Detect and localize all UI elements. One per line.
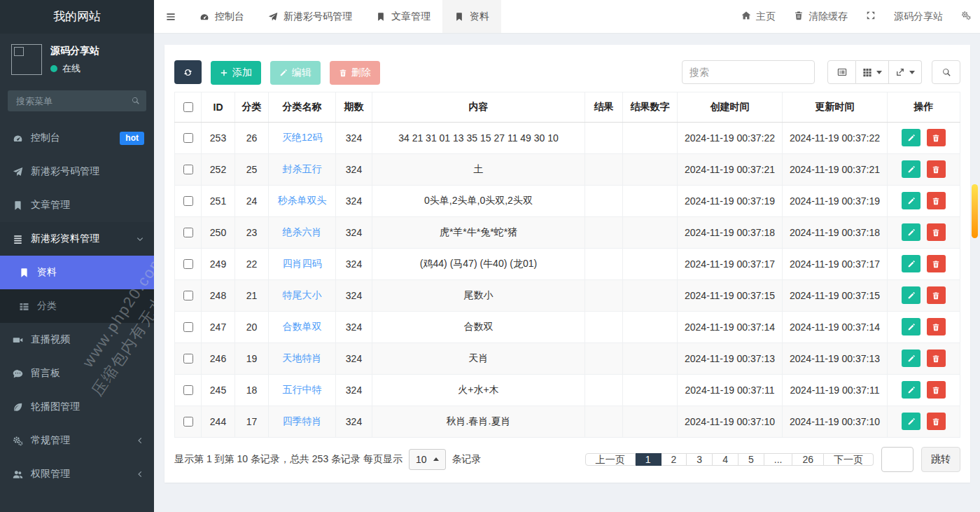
category-name-link[interactable]: 合数单双 <box>283 321 322 332</box>
tab-article-manage[interactable]: 文章管理 <box>364 0 442 33</box>
category-name-link[interactable]: 秒杀单双头 <box>278 195 327 206</box>
page-size-dropdown[interactable]: 10 <box>409 449 446 470</box>
sidebar-item-number-manage[interactable]: 新港彩号码管理 <box>0 155 154 188</box>
sidebar-item-permission-manage[interactable]: 权限管理 <box>0 457 154 491</box>
tab-dashboard[interactable]: 控制台 <box>188 0 256 33</box>
category-name-link[interactable]: 灭绝12码 <box>282 132 323 143</box>
row-edit-button[interactable] <box>902 413 920 430</box>
video-camera-icon <box>13 335 23 345</box>
prev-page-button[interactable]: 上一页 <box>585 453 636 466</box>
select-all-checkbox[interactable] <box>183 102 193 112</box>
row-delete-button[interactable] <box>927 318 946 335</box>
page-ellipsis[interactable]: ... <box>764 453 793 466</box>
row-checkbox[interactable] <box>183 196 193 206</box>
cell-updated-time: 2024-11-19 00:37:22 <box>783 122 888 153</box>
tab-data[interactable]: 资料 <box>442 0 501 33</box>
cell-result-number <box>623 185 678 216</box>
menu-search-input[interactable] <box>8 90 146 111</box>
sidebar-item-dashboard[interactable]: 控制台 hot <box>0 121 154 155</box>
search-button[interactable] <box>932 60 960 84</box>
page-button[interactable]: 5 <box>738 453 764 466</box>
sidebar-item-article-manage[interactable]: 文章管理 <box>0 188 154 222</box>
sidebar-item-carousel-manage[interactable]: 轮播图管理 <box>0 390 154 424</box>
row-delete-button[interactable] <box>927 160 946 178</box>
row-edit-button[interactable] <box>902 381 920 399</box>
page-button[interactable]: 26 <box>792 453 824 466</box>
category-name-link[interactable]: 特尾大小 <box>283 289 322 300</box>
sidebar-item-category[interactable]: 分类 <box>0 289 154 323</box>
row-checkbox[interactable] <box>183 133 193 143</box>
row-edit-button[interactable] <box>902 350 920 367</box>
category-name-link[interactable]: 四季特肖 <box>283 415 322 427</box>
row-edit-button[interactable] <box>902 255 920 272</box>
sidebar-item-data-manage[interactable]: 新港彩资料管理 <box>0 222 154 256</box>
row-delete-button[interactable] <box>927 129 946 146</box>
row-checkbox[interactable] <box>183 165 193 174</box>
row-checkbox[interactable] <box>183 322 193 332</box>
toggle-pagination-button[interactable] <box>827 60 856 84</box>
cell-created-time: 2024-11-19 00:37:19 <box>678 185 783 216</box>
row-edit-button[interactable] <box>902 192 920 209</box>
tab-number-manage[interactable]: 新港彩号码管理 <box>256 0 364 33</box>
row-checkbox[interactable] <box>183 291 193 300</box>
row-checkbox[interactable] <box>183 417 193 427</box>
row-checkbox[interactable] <box>183 228 193 237</box>
cell-created-time: 2024-11-19 00:37:11 <box>678 374 783 406</box>
refresh-button[interactable] <box>174 60 202 84</box>
sidebar-toggle-button[interactable] <box>154 0 188 33</box>
cell-result <box>585 153 623 185</box>
edit-button[interactable]: 编辑 <box>270 61 321 85</box>
category-name-link[interactable]: 四肖四码 <box>283 258 322 269</box>
online-status-dot <box>50 65 57 72</box>
row-edit-button[interactable] <box>902 318 920 335</box>
fullscreen-button[interactable] <box>857 0 885 33</box>
dashboard-icon <box>13 133 23 144</box>
row-checkbox[interactable] <box>183 354 193 364</box>
scrollbar-thumb[interactable] <box>972 184 978 238</box>
sidebar-item-general-manage[interactable]: 常规管理 <box>0 424 154 457</box>
sidebar-item-data[interactable]: 资料 <box>0 256 154 289</box>
row-delete-button[interactable] <box>927 255 946 272</box>
row-delete-button[interactable] <box>927 192 946 209</box>
next-page-button[interactable]: 下一页 <box>824 453 874 466</box>
page-button[interactable]: 1 <box>636 453 662 466</box>
row-edit-button[interactable] <box>902 129 920 146</box>
category-name-link[interactable]: 封杀五行 <box>283 163 322 174</box>
page-button[interactable]: 3 <box>687 453 713 466</box>
bookmark-icon <box>376 12 386 22</box>
page-jump-input[interactable] <box>881 447 913 472</box>
row-edit-button[interactable] <box>902 286 920 304</box>
site-link[interactable]: 源码分享站 <box>885 0 952 33</box>
page-button[interactable]: 4 <box>713 453 738 466</box>
add-button[interactable]: 添加 <box>211 61 261 85</box>
category-name-link[interactable]: 五行中特 <box>283 384 322 395</box>
home-button[interactable]: 主页 <box>732 0 785 33</box>
row-edit-button[interactable] <box>902 223 920 241</box>
page-jump-button[interactable]: 跳转 <box>921 447 960 472</box>
cell-id: 245 <box>202 374 235 406</box>
delete-button[interactable]: 删除 <box>330 61 380 85</box>
cell-operations <box>888 311 960 343</box>
sidebar-item-live-video[interactable]: 直播视频 <box>0 323 154 357</box>
header-operations: 操作 <box>888 92 960 122</box>
row-checkbox[interactable] <box>183 385 193 395</box>
trash-icon <box>794 11 804 22</box>
row-checkbox[interactable] <box>183 259 193 269</box>
row-delete-button[interactable] <box>927 381 946 399</box>
row-delete-button[interactable] <box>927 286 946 304</box>
row-delete-button[interactable] <box>927 223 946 241</box>
export-button[interactable] <box>889 60 922 84</box>
clear-cache-button[interactable]: 清除缓存 <box>785 0 857 33</box>
row-delete-button[interactable] <box>927 350 946 367</box>
app-window: 我的网站 源码分享站 在线 控制台 hot 新港彩号码管理 <box>0 0 980 512</box>
category-name-link[interactable]: 天地特肖 <box>283 352 322 364</box>
row-delete-button[interactable] <box>927 413 946 430</box>
category-name-link[interactable]: 绝杀六肖 <box>283 226 322 237</box>
row-edit-button[interactable] <box>902 160 920 178</box>
columns-button[interactable] <box>856 60 889 84</box>
table-search-input[interactable] <box>682 60 815 84</box>
sidebar-item-message-board[interactable]: 留言板 <box>0 357 154 390</box>
table-row: 249 22 四肖四码 324 (鸡44) (马47) (牛40) (龙01) … <box>175 248 960 279</box>
settings-button[interactable] <box>952 0 980 33</box>
page-button[interactable]: 2 <box>662 453 687 466</box>
